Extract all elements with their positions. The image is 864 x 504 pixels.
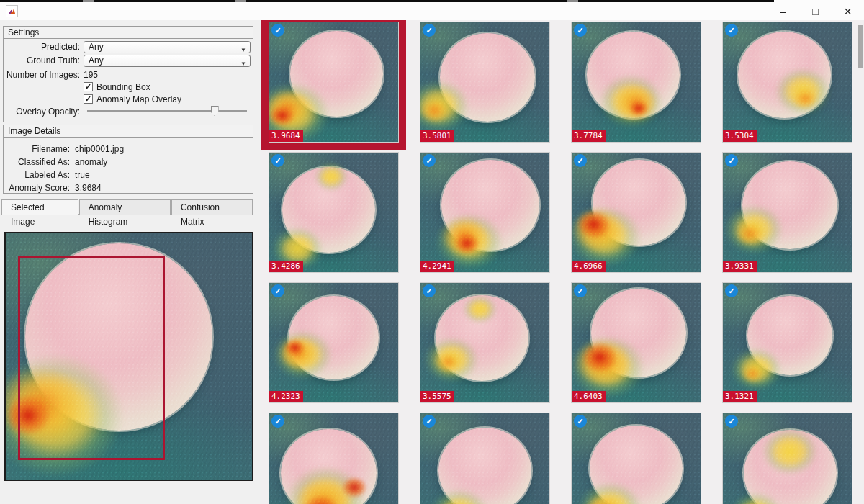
selected-check-badge: ✓ — [423, 284, 436, 297]
overlay-opacity-label: Overlay Opacity: — [5, 104, 80, 119]
heatmap-image — [572, 283, 701, 402]
gallery-cell: ✓3.5575 — [420, 282, 550, 403]
heatmap-image — [269, 413, 398, 504]
checkbox-check-icon: ✓ — [84, 94, 93, 104]
gallery-cell: ✓ — [269, 413, 399, 504]
minimize-button[interactable]: – — [767, 2, 799, 20]
selected-check-badge: ✓ — [574, 154, 587, 167]
gallery-thumbnail[interactable]: ✓3.5304 — [722, 22, 852, 143]
anomaly-score-label: 3.1321 — [723, 391, 757, 402]
gallery-cell: ✓3.5304 — [722, 22, 852, 143]
anomaly-score-label: 3.5801 — [420, 130, 454, 142]
anomaly-hotspot — [315, 163, 348, 191]
gallery-region: ✓3.9684✓3.5801✓3.7784✓3.5304✓3.4286✓4.29… — [261, 20, 864, 504]
heatmap-image — [723, 153, 852, 272]
gallery-thumbnail[interactable]: ✓4.6403 — [571, 282, 701, 403]
anomaly-score-label: 3.9684 — [269, 130, 303, 142]
heatmap-image — [723, 22, 852, 142]
anomaly-map-overlay-label: Anomaly Map Overlay — [96, 94, 181, 104]
anomaly-score-label: 4.6966 — [572, 261, 606, 272]
detail-label: Labeled As: — [4, 168, 70, 181]
close-button[interactable]: ✕ — [832, 2, 864, 20]
gallery-thumbnail[interactable]: ✓3.1321 — [722, 282, 852, 403]
thumbnail-gallery: ✓3.9684✓3.5801✓3.7784✓3.5304✓3.4286✓4.29… — [261, 20, 864, 504]
heatmap-image — [723, 413, 852, 504]
gallery-cell: ✓4.2941 — [420, 152, 550, 273]
selected-check-badge: ✓ — [574, 415, 587, 428]
maximize-button[interactable]: □ — [799, 2, 832, 20]
gallery-thumbnail[interactable]: ✓ — [269, 413, 399, 504]
gallery-thumbnail[interactable]: ✓4.6966 — [571, 152, 701, 273]
detail-row: Labeled As:true — [4, 168, 253, 181]
tab-confusion-matrix[interactable]: Confusion Matrix — [171, 199, 253, 215]
detail-row: Classified As:anomaly — [4, 156, 253, 168]
gallery-thumbnail[interactable]: ✓4.2941 — [420, 152, 550, 273]
matlab-app-icon — [6, 5, 18, 17]
control-sidebar: Settings Predicted: Any ▼ Ground Truth: … — [0, 20, 258, 504]
gallery-thumbnail[interactable]: ✓3.9684 — [269, 22, 399, 143]
scrollbar-thumb[interactable] — [858, 25, 863, 68]
gallery-thumbnail[interactable]: ✓3.5801 — [420, 22, 550, 143]
detail-value: chip0001.jpg — [75, 143, 124, 156]
gallery-scrollbar[interactable] — [857, 20, 864, 504]
detail-row: Anomaly Score:3.9684 — [4, 181, 253, 194]
gallery-thumbnail[interactable]: ✓3.5575 — [420, 282, 550, 403]
heatmap-image — [723, 283, 852, 402]
selected-check-badge: ✓ — [574, 284, 587, 297]
gallery-cell: ✓3.9331 — [722, 152, 852, 273]
bounding-box-label: Bounding Box — [96, 82, 150, 92]
ground-truth-value: Any — [89, 55, 104, 66]
selected-check-badge: ✓ — [423, 154, 436, 167]
detail-label: Filename: — [4, 143, 70, 156]
ground-truth-dropdown[interactable]: Any ▼ — [84, 55, 251, 67]
heatmap-image — [420, 283, 549, 402]
anomaly-hotspot — [269, 105, 295, 127]
gallery-thumbnail[interactable]: ✓3.4286 — [269, 152, 399, 273]
heatmap-image — [420, 413, 549, 504]
anomaly-hotspot — [341, 477, 367, 498]
tab-selected-image[interactable]: Selected Image — [1, 199, 78, 215]
selected-check-badge: ✓ — [725, 284, 738, 297]
slider-thumb[interactable] — [211, 106, 219, 116]
tab-anomaly-histogram[interactable]: Anomaly Histogram — [79, 199, 171, 215]
overlay-opacity-slider[interactable] — [87, 110, 247, 112]
heatmap-image — [269, 22, 398, 142]
image-details-panel: Image Details Filename:chip0001.jpgClass… — [3, 125, 253, 194]
window-controls: – □ ✕ — [767, 2, 864, 20]
anomaly-viewer-window: – □ ✕ Settings Predicted: Any ▼ Ground T… — [0, 0, 864, 504]
selected-check-badge: ✓ — [271, 154, 284, 167]
predicted-label: Predicted: — [5, 41, 80, 53]
gallery-thumbnail[interactable]: ✓3.7784 — [571, 22, 701, 143]
gallery-thumbnail[interactable]: ✓ — [420, 413, 550, 504]
screen-top-artifact — [0, 0, 774, 2]
anomaly-hotspot — [577, 210, 611, 238]
image-details-title: Image Details — [4, 125, 253, 138]
predicted-value: Any — [89, 42, 104, 52]
anomaly-map-overlay-checkbox[interactable]: ✓ Anomaly Map Overlay — [84, 94, 181, 104]
anomaly-score-label: 4.2941 — [420, 261, 454, 272]
gallery-cell: ✓4.2323 — [269, 282, 399, 403]
num-images-value: 195 — [84, 69, 98, 81]
gallery-thumbnail[interactable]: ✓4.2323 — [269, 282, 399, 403]
detail-value: 3.9684 — [75, 181, 102, 194]
gallery-cell: ✓ — [571, 413, 701, 504]
view-tabbar: Selected ImageAnomaly HistogramConfusion… — [1, 199, 253, 215]
heatmap-image — [269, 283, 398, 402]
checkbox-check-icon: ✓ — [84, 82, 93, 91]
gallery-cell: ✓3.7784 — [571, 22, 701, 143]
bounding-box-checkbox[interactable]: ✓ Bounding Box — [84, 81, 150, 92]
selected-check-badge: ✓ — [725, 24, 738, 37]
gallery-thumbnail[interactable]: ✓ — [722, 413, 852, 504]
gallery-cell: ✓3.9684 — [269, 22, 399, 143]
anomaly-score-label: 3.4286 — [269, 261, 303, 272]
selected-check-badge: ✓ — [725, 154, 738, 167]
gallery-cell: ✓3.4286 — [269, 152, 399, 273]
predicted-dropdown[interactable]: Any ▼ — [84, 41, 251, 53]
gallery-thumbnail[interactable]: ✓3.9331 — [722, 152, 852, 273]
anomaly-score-label: 3.5575 — [420, 391, 454, 402]
selected-image-view — [4, 232, 253, 481]
anomaly-hotspot — [284, 339, 305, 356]
anomaly-hotspot — [582, 342, 618, 372]
gallery-thumbnail[interactable]: ✓ — [571, 413, 701, 504]
selected-check-badge: ✓ — [423, 415, 436, 428]
